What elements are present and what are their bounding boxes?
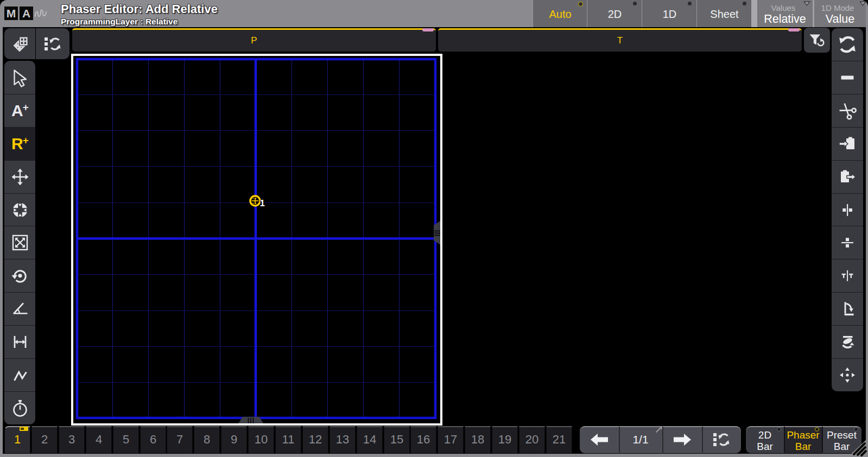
svg-text:1: 1 <box>260 198 265 208</box>
